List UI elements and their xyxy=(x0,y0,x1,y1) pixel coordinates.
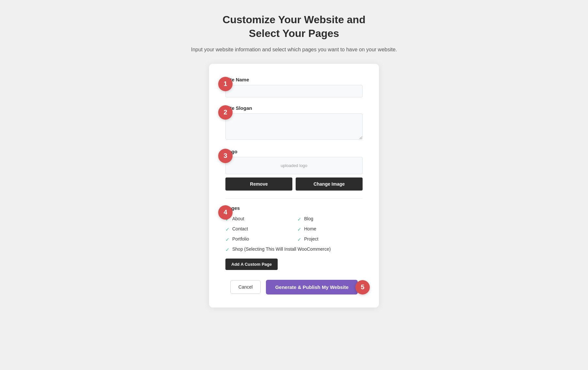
page-contact-label: Contact xyxy=(232,226,248,231)
step-5-indicator: 5 xyxy=(355,280,370,294)
site-slogan-section: 2 Site Slogan xyxy=(225,105,363,141)
page-title: Customize Your Website and Select Your P… xyxy=(191,13,397,40)
page-blog-label: Blog xyxy=(304,216,313,221)
check-icon-project: ✓ xyxy=(297,237,302,243)
site-slogan-input[interactable] xyxy=(225,113,363,140)
step-2-indicator: 2 xyxy=(218,105,233,120)
check-icon-home: ✓ xyxy=(297,227,302,232)
step-3-indicator: 3 xyxy=(218,149,233,163)
form-card: 1 Site Name 2 Site Slogan 3 Logo uploade… xyxy=(209,64,379,308)
page-home: ✓ Home xyxy=(297,226,363,232)
check-icon-contact: ✓ xyxy=(225,227,230,232)
remove-button[interactable]: Remove xyxy=(225,177,292,191)
form-footer: Cancel Generate & Publish My Website 5 xyxy=(225,280,363,294)
logo-preview: uploaded logo xyxy=(225,157,363,174)
page-about-label: About xyxy=(232,216,244,221)
check-icon-blog: ✓ xyxy=(297,216,302,222)
check-icon-shop: ✓ xyxy=(225,247,230,253)
page-header: Customize Your Website and Select Your P… xyxy=(191,13,397,54)
logo-section: 3 Logo uploaded logo Remove Change Image xyxy=(225,149,363,191)
check-icon-portfolio: ✓ xyxy=(225,237,230,243)
page-shop-label: Shop (Selecting This Will Install WooCom… xyxy=(232,246,331,252)
logo-label: Logo xyxy=(225,149,363,154)
divider xyxy=(225,198,363,199)
site-name-label: Site Name xyxy=(225,77,363,82)
page-contact: ✓ Contact xyxy=(225,226,291,232)
pages-label: Pages xyxy=(225,205,363,211)
pages-grid: ✓ About ✓ Blog ✓ Contact ✓ Home ✓ Portfo… xyxy=(225,216,363,243)
step-4-indicator: 4 xyxy=(218,205,233,220)
change-image-button[interactable]: Change Image xyxy=(296,177,363,191)
page-blog: ✓ Blog xyxy=(297,216,363,222)
site-slogan-label: Site Slogan xyxy=(225,105,363,111)
site-name-input[interactable] xyxy=(225,85,363,97)
page-home-label: Home xyxy=(304,226,316,231)
logo-preview-text: uploaded logo xyxy=(281,163,307,168)
publish-button[interactable]: Generate & Publish My Website xyxy=(266,280,358,294)
pages-section: 4 Pages ✓ About ✓ Blog ✓ Contact ✓ Home … xyxy=(225,205,363,270)
page-about: ✓ About xyxy=(225,216,291,222)
page-project: ✓ Project xyxy=(297,236,363,243)
step-1-indicator: 1 xyxy=(218,77,233,91)
page-subtitle: Input your website information and selec… xyxy=(191,45,397,54)
logo-buttons: Remove Change Image xyxy=(225,177,363,191)
add-custom-page-button[interactable]: Add A Custom Page xyxy=(225,259,278,270)
page-portfolio-label: Portfolio xyxy=(232,236,249,242)
site-name-section: 1 Site Name xyxy=(225,77,363,97)
page-shop: ✓ Shop (Selecting This Will Install WooC… xyxy=(225,246,363,253)
page-portfolio: ✓ Portfolio xyxy=(225,236,291,243)
cancel-button[interactable]: Cancel xyxy=(230,280,261,294)
page-project-label: Project xyxy=(304,236,318,242)
